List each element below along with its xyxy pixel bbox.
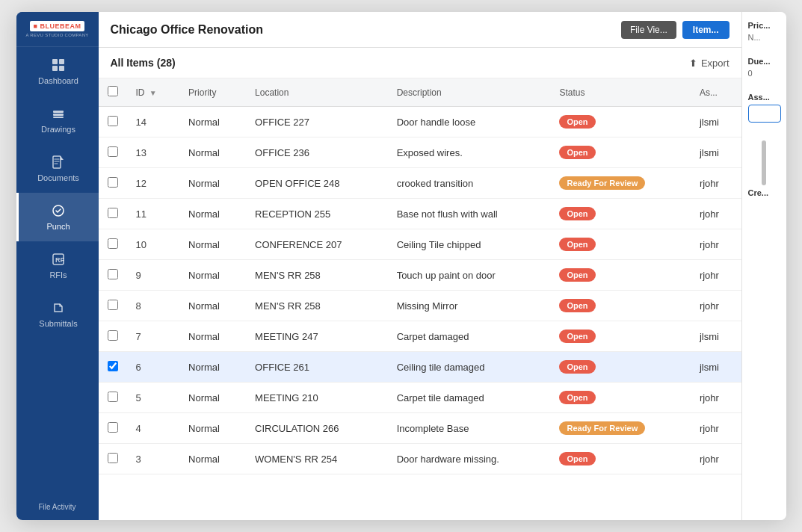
row-checkbox-10[interactable] <box>108 238 118 249</box>
table-row: 5 Normal MEETING 210 Carpet tile damaged… <box>99 383 741 413</box>
sidebar-item-rfis[interactable]: RF RFIs <box>16 241 99 290</box>
row-location: MEETING 210 <box>246 383 388 413</box>
row-assignee: jlsmi <box>691 137 741 168</box>
table-row: 4 Normal CIRCULATION 266 Incomplete Base… <box>99 413 741 444</box>
row-description: crooked transition <box>388 168 551 199</box>
top-bar: Chicago Office Renovation File Vie... It… <box>99 12 741 48</box>
table-row: 10 Normal CONFERENCE 207 Ceiling Tile ch… <box>99 229 741 260</box>
status-badge: Open <box>559 207 595 220</box>
layers-icon <box>51 106 66 121</box>
row-checkbox-3[interactable] <box>108 453 118 463</box>
panel-price: Pric... N... <box>748 21 780 42</box>
row-description: Ceiling tile damaged <box>388 352 551 383</box>
select-all-checkbox[interactable] <box>108 86 118 96</box>
row-id: 12 <box>127 168 180 199</box>
export-icon: ⬆ <box>689 58 697 69</box>
row-status: Open <box>550 107 690 137</box>
price-value: N... <box>748 33 780 42</box>
row-status: Open <box>550 383 690 413</box>
row-checkbox-cell <box>99 444 127 474</box>
row-checkbox-9[interactable] <box>108 269 118 279</box>
main-content: Chicago Office Renovation File Vie... It… <box>99 12 741 520</box>
grid-icon <box>51 58 66 72</box>
row-id: 9 <box>127 260 180 291</box>
sidebar-label-rfis: RFIs <box>49 270 67 279</box>
row-location: WOMEN'S RR 254 <box>246 444 388 474</box>
row-location: OFFICE 236 <box>246 137 388 168</box>
row-assignee: rjohr <box>691 383 741 413</box>
file-activity[interactable]: File Activity <box>32 494 81 520</box>
status-badge: Open <box>559 330 595 343</box>
rfi-icon: RF <box>51 252 66 267</box>
svg-rect-4 <box>53 111 64 113</box>
row-location: CIRCULATION 266 <box>246 413 388 444</box>
table-row: 8 Normal MEN'S RR 258 Missing Mirror Ope… <box>99 291 741 321</box>
svg-text:RF: RF <box>55 256 64 264</box>
table-row: 14 Normal OFFICE 227 Door handle loose O… <box>99 107 741 137</box>
panel-due: Due... 0 <box>748 57 780 78</box>
due-value: 0 <box>748 69 780 78</box>
row-priority: Normal <box>179 413 246 444</box>
row-checkbox-12[interactable] <box>108 177 118 188</box>
row-checkbox-4[interactable] <box>108 422 118 433</box>
status-badge: Open <box>559 360 595 374</box>
logo-subtitle: A REVU STUDIO COMPANY <box>25 33 88 37</box>
row-status: Open <box>550 352 690 383</box>
row-description: Door hardware missing. <box>388 444 551 474</box>
header-checkbox-cell <box>99 78 127 107</box>
row-checkbox-cell <box>99 168 127 199</box>
row-description: Door handle loose <box>388 107 551 137</box>
row-id: 11 <box>127 199 180 229</box>
row-checkbox-13[interactable] <box>108 146 118 157</box>
row-checkbox-cell <box>99 199 127 229</box>
row-checkbox-8[interactable] <box>108 300 118 310</box>
status-badge: Open <box>559 268 595 282</box>
table-row: 9 Normal MEN'S RR 258 Touch up paint on … <box>99 260 741 291</box>
svg-rect-1 <box>59 59 64 64</box>
svg-rect-2 <box>52 66 58 71</box>
row-description: Ceiling Tile chipped <box>388 229 551 260</box>
table-body: 14 Normal OFFICE 227 Door handle loose O… <box>99 107 741 474</box>
row-checkbox-14[interactable] <box>108 116 118 126</box>
file-view-button[interactable]: File Vie... <box>621 21 676 39</box>
right-panel: Pric... N... Due... 0 Ass... Cre... <box>741 12 786 520</box>
row-checkbox-5[interactable] <box>108 392 118 402</box>
status-badge: Open <box>559 299 595 312</box>
sidebar-item-submittals[interactable]: Submittals <box>16 290 99 338</box>
row-status: Open <box>550 229 690 260</box>
row-assignee: jlsmi <box>691 352 741 383</box>
items-button[interactable]: Item... <box>682 21 729 39</box>
row-checkbox-11[interactable] <box>108 208 118 218</box>
row-checkbox-cell <box>99 107 127 137</box>
row-description: Carpet damaged <box>388 321 551 352</box>
top-bar-actions: File Vie... Item... <box>621 21 729 39</box>
row-description: Carpet tile damaged <box>388 383 551 413</box>
punch-table: ID ▼ Priority Location Description Statu… <box>99 78 741 474</box>
sidebar: ■ BLUEBEAM A REVU STUDIO COMPANY Dashboa… <box>16 12 99 520</box>
sidebar-label-submittals: Submittals <box>39 319 77 328</box>
status-badge: Open <box>559 238 595 251</box>
sidebar-item-dashboard[interactable]: Dashboard <box>16 47 99 96</box>
due-label: Due... <box>748 57 780 66</box>
items-count: All Items (28) <box>111 57 176 69</box>
table-row: 3 Normal WOMEN'S RR 254 Door hardware mi… <box>99 444 741 474</box>
table-container[interactable]: ID ▼ Priority Location Description Statu… <box>99 78 741 520</box>
row-status: Ready For Review <box>550 413 690 444</box>
row-checkbox-6[interactable] <box>108 361 118 371</box>
header-status: Status <box>550 78 690 107</box>
assignee-input[interactable] <box>748 105 781 123</box>
row-priority: Normal <box>179 291 246 321</box>
row-checkbox-7[interactable] <box>108 330 118 341</box>
header-assignee: As... <box>691 78 741 107</box>
row-id: 14 <box>127 107 180 137</box>
row-status: Open <box>550 291 690 321</box>
sidebar-item-drawings[interactable]: Drawings <box>16 96 99 144</box>
header-priority: Priority <box>179 78 246 107</box>
row-assignee: jlsmi <box>691 107 741 137</box>
export-button[interactable]: ⬆ Export <box>689 58 729 69</box>
panel-created: Cre... <box>748 188 780 200</box>
sidebar-item-documents[interactable]: Documents <box>16 144 99 193</box>
sidebar-item-punch[interactable]: Punch <box>16 193 99 241</box>
header-id[interactable]: ID ▼ <box>127 78 180 107</box>
row-id: 13 <box>127 137 180 168</box>
